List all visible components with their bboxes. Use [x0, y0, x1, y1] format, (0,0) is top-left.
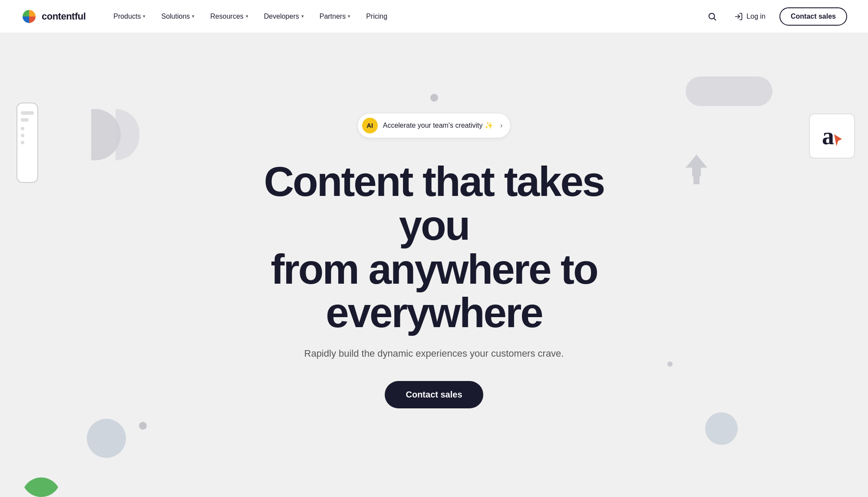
navbar: contentful Products ▾ Solutions ▾ Resour… — [0, 0, 868, 33]
nav-item-products[interactable]: Products ▾ — [106, 9, 152, 24]
nav-links: Products ▾ Solutions ▾ Resources ▾ Devel… — [106, 9, 704, 24]
deco-chevrons — [91, 109, 139, 160]
contact-sales-nav-button[interactable]: Contact sales — [779, 7, 847, 26]
search-button[interactable] — [704, 8, 720, 25]
chevron-down-icon: ▾ — [301, 13, 304, 19]
hero-cta-button[interactable]: Contact sales — [385, 381, 483, 408]
chevron-down-icon: ▾ — [192, 13, 195, 19]
nav-item-pricing[interactable]: Pricing — [359, 9, 394, 24]
nav-item-partners[interactable]: Partners ▾ — [313, 9, 357, 24]
chevron-down-icon: ▾ — [246, 13, 248, 19]
hero-section: a AI Accelerate your team's creativity ✨… — [0, 33, 868, 497]
login-icon — [734, 12, 743, 21]
deco-cursor-icon — [834, 134, 842, 146]
logo[interactable]: contentful — [21, 8, 86, 25]
ai-badge[interactable]: AI Accelerate your team's creativity ✨ › — [357, 113, 511, 138]
logo-text: contentful — [42, 11, 86, 22]
svg-line-2 — [714, 18, 716, 20]
deco-letter-card: a — [809, 113, 855, 159]
search-icon — [707, 12, 717, 21]
nav-item-solutions[interactable]: Solutions ▾ — [154, 9, 201, 24]
deco-dot-bl — [139, 422, 147, 430]
nav-item-developers[interactable]: Developers ▾ — [257, 9, 311, 24]
nav-item-resources[interactable]: Resources ▾ — [203, 9, 255, 24]
svg-rect-5 — [693, 176, 700, 184]
deco-green-circle — [22, 458, 61, 497]
nav-right: Log in Contact sales — [704, 7, 847, 26]
hero-subtitle: Rapidly build the dynamic experiences yo… — [304, 348, 564, 359]
deco-circle-bl — [87, 419, 126, 458]
svg-marker-4 — [686, 155, 707, 176]
login-button[interactable]: Log in — [729, 9, 771, 24]
hero-title: Content that takes you from anywhere to … — [239, 160, 630, 335]
chevron-down-icon: ▾ — [143, 13, 145, 19]
hero-content: AI Accelerate your team's creativity ✨ ›… — [239, 113, 630, 408]
deco-tree-icon — [686, 155, 707, 187]
ai-badge-text: Accelerate your team's creativity ✨ — [383, 121, 493, 129]
deco-circle-br — [705, 412, 738, 445]
deco-phone — [17, 103, 38, 183]
deco-pill-top — [686, 76, 772, 106]
deco-dot-top — [430, 94, 438, 102]
chevron-down-icon: ▾ — [348, 13, 350, 19]
chevron-right-icon: › — [500, 122, 502, 129]
ai-badge-icon: AI — [362, 118, 378, 133]
deco-dot-br — [667, 361, 673, 367]
